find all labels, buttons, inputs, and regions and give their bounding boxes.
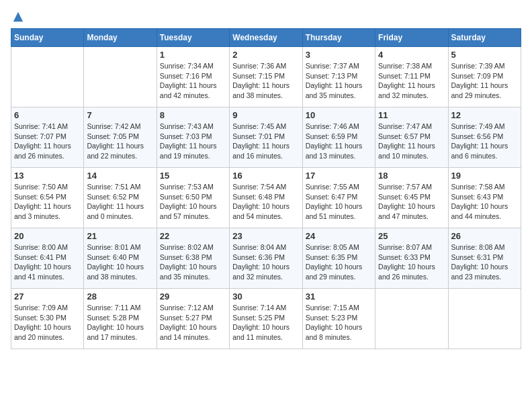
day-number: 21: [87, 231, 153, 241]
calendar-week-row: 20Sunrise: 8:00 AM Sunset: 6:41 PM Dayli…: [11, 228, 521, 289]
calendar-day-cell: 11Sunrise: 7:47 AM Sunset: 6:57 PM Dayli…: [375, 107, 448, 168]
day-info: Sunrise: 7:53 AM Sunset: 6:50 PM Dayligh…: [160, 182, 226, 222]
day-info: Sunrise: 7:11 AM Sunset: 5:28 PM Dayligh…: [87, 303, 153, 342]
day-info: Sunrise: 7:47 AM Sunset: 6:57 PM Dayligh…: [378, 122, 445, 161]
calendar-day-cell: [11, 47, 84, 107]
calendar-week-row: 6Sunrise: 7:41 AM Sunset: 7:07 PM Daylig…: [11, 107, 521, 168]
day-number: 16: [232, 171, 299, 181]
day-info: Sunrise: 7:46 AM Sunset: 6:59 PM Dayligh…: [306, 122, 372, 161]
calendar-day-cell: [84, 47, 157, 107]
calendar-day-cell: 16Sunrise: 7:54 AM Sunset: 6:48 PM Dayli…: [230, 168, 302, 228]
day-info: Sunrise: 7:12 AM Sunset: 5:27 PM Dayligh…: [160, 303, 226, 342]
calendar-table: SundayMondayTuesdayWednesdayThursdayFrid…: [11, 28, 521, 349]
calendar-day-cell: 10Sunrise: 7:46 AM Sunset: 6:59 PM Dayli…: [302, 107, 375, 168]
calendar-day-cell: 20Sunrise: 8:00 AM Sunset: 6:41 PM Dayli…: [11, 228, 84, 289]
calendar-day-cell: 13Sunrise: 7:50 AM Sunset: 6:54 PM Dayli…: [11, 168, 84, 228]
day-info: Sunrise: 7:57 AM Sunset: 6:45 PM Dayligh…: [378, 182, 445, 222]
day-info: Sunrise: 8:04 AM Sunset: 6:36 PM Dayligh…: [232, 242, 299, 282]
calendar-day-cell: 18Sunrise: 7:57 AM Sunset: 6:45 PM Dayli…: [375, 168, 448, 228]
calendar-day-cell: 31Sunrise: 7:15 AM Sunset: 5:23 PM Dayli…: [302, 289, 375, 349]
svg-marker-0: [13, 12, 23, 21]
calendar-day-cell: 26Sunrise: 8:08 AM Sunset: 6:31 PM Dayli…: [448, 228, 521, 289]
day-number: 4: [378, 50, 445, 60]
logo: [11, 11, 24, 23]
day-info: Sunrise: 7:50 AM Sunset: 6:54 PM Dayligh…: [14, 182, 81, 222]
calendar-day-cell: 21Sunrise: 8:01 AM Sunset: 6:40 PM Dayli…: [84, 228, 157, 289]
day-info: Sunrise: 7:34 AM Sunset: 7:16 PM Dayligh…: [160, 61, 226, 101]
page-header: [11, 11, 521, 23]
calendar-day-cell: 3Sunrise: 7:37 AM Sunset: 7:13 PM Daylig…: [302, 47, 375, 107]
logo-icon: [12, 11, 24, 23]
day-info: Sunrise: 7:42 AM Sunset: 7:05 PM Dayligh…: [87, 122, 153, 161]
day-number: 29: [160, 291, 226, 302]
calendar-day-cell: 23Sunrise: 8:04 AM Sunset: 6:36 PM Dayli…: [230, 228, 302, 289]
day-number: 24: [306, 231, 372, 241]
day-number: 23: [232, 231, 299, 241]
day-info: Sunrise: 8:05 AM Sunset: 6:35 PM Dayligh…: [306, 242, 372, 282]
day-info: Sunrise: 7:45 AM Sunset: 7:01 PM Dayligh…: [232, 122, 299, 161]
day-number: 7: [87, 110, 153, 120]
day-number: 9: [232, 110, 299, 120]
calendar-day-cell: 30Sunrise: 7:14 AM Sunset: 5:25 PM Dayli…: [230, 289, 302, 349]
day-number: 19: [451, 171, 518, 181]
calendar-header-row: SundayMondayTuesdayWednesdayThursdayFrid…: [11, 29, 521, 47]
calendar-day-cell: 24Sunrise: 8:05 AM Sunset: 6:35 PM Dayli…: [302, 228, 375, 289]
day-number: 17: [306, 171, 372, 181]
day-number: 14: [87, 171, 153, 181]
weekday-header: Friday: [375, 29, 448, 47]
day-number: 18: [378, 171, 445, 181]
day-number: 8: [160, 110, 226, 120]
day-number: 22: [160, 231, 226, 241]
calendar-day-cell: 5Sunrise: 7:39 AM Sunset: 7:09 PM Daylig…: [448, 47, 521, 107]
calendar-week-row: 13Sunrise: 7:50 AM Sunset: 6:54 PM Dayli…: [11, 168, 521, 228]
calendar-day-cell: 7Sunrise: 7:42 AM Sunset: 7:05 PM Daylig…: [84, 107, 157, 168]
day-number: 13: [14, 171, 81, 181]
day-info: Sunrise: 7:55 AM Sunset: 6:47 PM Dayligh…: [306, 182, 372, 222]
calendar-day-cell: 28Sunrise: 7:11 AM Sunset: 5:28 PM Dayli…: [84, 289, 157, 349]
calendar-day-cell: 14Sunrise: 7:51 AM Sunset: 6:52 PM Dayli…: [84, 168, 157, 228]
day-number: 25: [378, 231, 445, 241]
day-number: 12: [451, 110, 518, 120]
day-info: Sunrise: 7:58 AM Sunset: 6:43 PM Dayligh…: [451, 182, 518, 222]
day-info: Sunrise: 7:09 AM Sunset: 5:30 PM Dayligh…: [14, 303, 81, 342]
day-number: 27: [14, 291, 81, 302]
weekday-header: Monday: [84, 29, 157, 47]
day-info: Sunrise: 7:54 AM Sunset: 6:48 PM Dayligh…: [232, 182, 299, 222]
day-info: Sunrise: 7:49 AM Sunset: 6:56 PM Dayligh…: [451, 122, 518, 161]
calendar-day-cell: 9Sunrise: 7:45 AM Sunset: 7:01 PM Daylig…: [230, 107, 302, 168]
day-info: Sunrise: 8:08 AM Sunset: 6:31 PM Dayligh…: [451, 242, 518, 282]
calendar-day-cell: [448, 289, 521, 349]
day-number: 30: [232, 291, 299, 302]
day-number: 28: [87, 291, 153, 302]
day-info: Sunrise: 7:15 AM Sunset: 5:23 PM Dayligh…: [306, 303, 372, 342]
day-info: Sunrise: 7:39 AM Sunset: 7:09 PM Dayligh…: [451, 61, 518, 101]
day-info: Sunrise: 8:02 AM Sunset: 6:38 PM Dayligh…: [160, 242, 226, 282]
day-info: Sunrise: 7:43 AM Sunset: 7:03 PM Dayligh…: [160, 122, 226, 161]
day-number: 1: [160, 50, 226, 60]
day-info: Sunrise: 7:37 AM Sunset: 7:13 PM Dayligh…: [306, 61, 372, 101]
weekday-header: Saturday: [448, 29, 521, 47]
calendar-day-cell: 4Sunrise: 7:38 AM Sunset: 7:11 PM Daylig…: [375, 47, 448, 107]
day-number: 31: [306, 291, 372, 302]
weekday-header: Wednesday: [230, 29, 302, 47]
day-info: Sunrise: 8:01 AM Sunset: 6:40 PM Dayligh…: [87, 242, 153, 282]
calendar-day-cell: 27Sunrise: 7:09 AM Sunset: 5:30 PM Dayli…: [11, 289, 84, 349]
calendar-day-cell: 15Sunrise: 7:53 AM Sunset: 6:50 PM Dayli…: [157, 168, 229, 228]
calendar-day-cell: 12Sunrise: 7:49 AM Sunset: 6:56 PM Dayli…: [448, 107, 521, 168]
day-number: 11: [378, 110, 445, 120]
day-number: 10: [306, 110, 372, 120]
day-number: 2: [232, 50, 299, 60]
day-info: Sunrise: 7:51 AM Sunset: 6:52 PM Dayligh…: [87, 182, 153, 222]
day-number: 5: [451, 50, 518, 60]
weekday-header: Tuesday: [157, 29, 229, 47]
calendar-day-cell: 1Sunrise: 7:34 AM Sunset: 7:16 PM Daylig…: [157, 47, 229, 107]
day-info: Sunrise: 8:00 AM Sunset: 6:41 PM Dayligh…: [14, 242, 81, 282]
calendar-week-row: 1Sunrise: 7:34 AM Sunset: 7:16 PM Daylig…: [11, 47, 521, 107]
day-number: 26: [451, 231, 518, 241]
calendar-day-cell: 2Sunrise: 7:36 AM Sunset: 7:15 PM Daylig…: [230, 47, 302, 107]
day-number: 20: [14, 231, 81, 241]
day-info: Sunrise: 7:41 AM Sunset: 7:07 PM Dayligh…: [14, 122, 81, 161]
calendar-day-cell: 19Sunrise: 7:58 AM Sunset: 6:43 PM Dayli…: [448, 168, 521, 228]
calendar-day-cell: 29Sunrise: 7:12 AM Sunset: 5:27 PM Dayli…: [157, 289, 229, 349]
calendar-day-cell: 25Sunrise: 8:07 AM Sunset: 6:33 PM Dayli…: [375, 228, 448, 289]
